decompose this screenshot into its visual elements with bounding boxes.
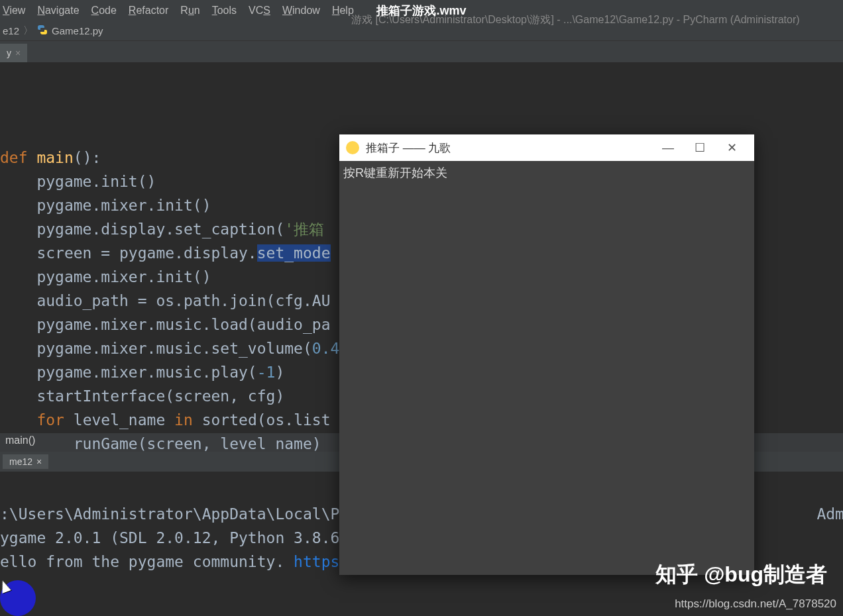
code-line: pygame.mixer.music.play( (0, 364, 257, 381)
console-link[interactable]: https (294, 553, 339, 570)
code-line: screen = pygame.display. (0, 244, 257, 262)
game-title: 推箱子 —— 九歌 (366, 140, 451, 156)
close-icon[interactable]: × (36, 456, 42, 467)
maximize-button[interactable]: ☐ (684, 134, 716, 161)
code-line: pygame.mixer.init() (0, 197, 211, 214)
code-line: pygame.display.set_caption( (0, 221, 284, 238)
code-line: pygame.mixer.music.set_volume( (0, 340, 312, 357)
code-line: audio_path = os.path.join(cfg.AU (0, 292, 331, 309)
code-line: def (0, 149, 36, 166)
watermark-zhihu: 知乎 @bug制造者 (655, 560, 827, 590)
game-window: 推箱子 —— 九歌 — ☐ ✕ 按R键重新开始本关 (339, 134, 754, 575)
close-button[interactable]: ✕ (716, 134, 748, 161)
run-tab[interactable]: me12 × (3, 454, 48, 469)
run-tab-label: me12 (9, 456, 32, 467)
code-line: pygame.init() (0, 173, 156, 190)
code-line: pygame.mixer.init() (0, 268, 211, 285)
crumb-sep: 〉 (23, 25, 33, 37)
watermark-csdn: https://blog.csdn.net/A_7878520 (675, 597, 836, 611)
crumb-folder[interactable]: e12 (3, 25, 19, 36)
tab-label: y (7, 48, 11, 58)
console-line: ygame 2.0.1 (SDL 2.0.12, Python 3.8.6 (0, 529, 339, 546)
minimize-button[interactable]: — (652, 134, 684, 161)
editor-tabbar: y × (0, 41, 843, 62)
window-buttons: — ☐ ✕ (652, 134, 748, 161)
close-icon[interactable]: × (15, 48, 21, 58)
crumb-file[interactable]: Game12.py (52, 25, 103, 36)
code-line: pygame.mixer.music.load(audio_pa (0, 316, 331, 333)
code-line: startInterface(screen, cfg) (0, 387, 284, 405)
console-line: ello from the pygame community. (0, 553, 294, 570)
game-titlebar[interactable]: 推箱子 —— 九歌 — ☐ ✕ (339, 134, 754, 161)
python-file-icon (37, 25, 48, 37)
game-hint: 按R键重新开始本关 (343, 165, 447, 181)
code-line: runGame(screen, level name) (0, 435, 321, 452)
video-title: 推箱子游戏.wmv (0, 3, 843, 19)
game-board[interactable]: 按R键重新开始本关 (339, 161, 754, 575)
game-icon (346, 141, 359, 154)
code-line (0, 411, 36, 429)
editor-tab[interactable]: y × (0, 44, 27, 62)
